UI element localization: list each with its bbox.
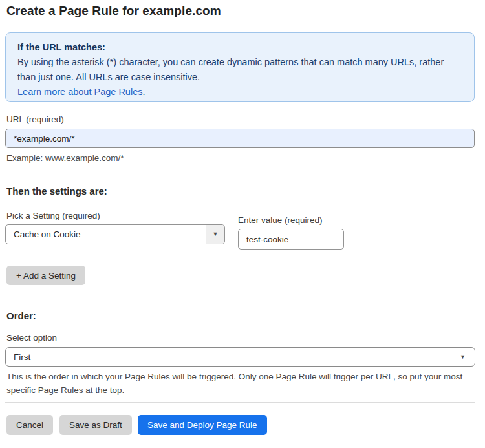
divider-top xyxy=(5,173,475,173)
setting-dropdown[interactable]: Cache on Cookie ▼ xyxy=(5,224,225,244)
add-setting-button[interactable]: + Add a Setting xyxy=(6,266,85,285)
info-box-link-line: Learn more about Page Rules. xyxy=(17,85,462,100)
save-as-draft-button[interactable]: Save as Draft xyxy=(59,415,132,435)
url-label: URL (required) xyxy=(6,114,64,124)
cancel-button[interactable]: Cancel xyxy=(6,415,53,435)
chevron-down-icon: ▼ xyxy=(460,354,466,360)
save-and-deploy-button[interactable]: Save and Deploy Page Rule xyxy=(138,415,267,435)
pick-setting-label: Pick a Setting (required) xyxy=(6,211,100,220)
create-page-rule-form: Create a Page Rule for example.com If th… xyxy=(0,0,485,448)
order-dropdown-value: First xyxy=(14,352,30,362)
divider-bottom xyxy=(5,402,475,403)
order-dropdown[interactable]: First ▼ xyxy=(5,347,475,367)
link-period: . xyxy=(142,87,145,97)
setting-dropdown-value: Cache on Cookie xyxy=(6,229,206,239)
setting-value-input[interactable] xyxy=(238,229,344,250)
url-match-info-box: If the URL matches: By using the asteris… xyxy=(5,32,475,102)
info-box-heading: If the URL matches: xyxy=(17,40,462,55)
order-heading: Order: xyxy=(6,310,36,321)
divider-middle xyxy=(5,295,475,295)
info-box-body: By using the asterisk (*) character, you… xyxy=(17,55,462,85)
chevron-down-icon: ▼ xyxy=(213,231,219,237)
url-example-text: Example: www.example.com/* xyxy=(6,151,124,165)
learn-more-link[interactable]: Learn more about Page Rules xyxy=(17,87,142,97)
order-help-text: This is the order in which your Page Rul… xyxy=(6,370,469,397)
url-input[interactable] xyxy=(5,129,475,148)
page-title: Create a Page Rule for example.com xyxy=(6,4,221,18)
select-option-label: Select option xyxy=(6,333,57,343)
setting-dropdown-arrow-button[interactable]: ▼ xyxy=(206,225,224,244)
enter-value-label: Enter value (required) xyxy=(238,215,323,225)
settings-heading: Then the settings are: xyxy=(6,186,107,197)
